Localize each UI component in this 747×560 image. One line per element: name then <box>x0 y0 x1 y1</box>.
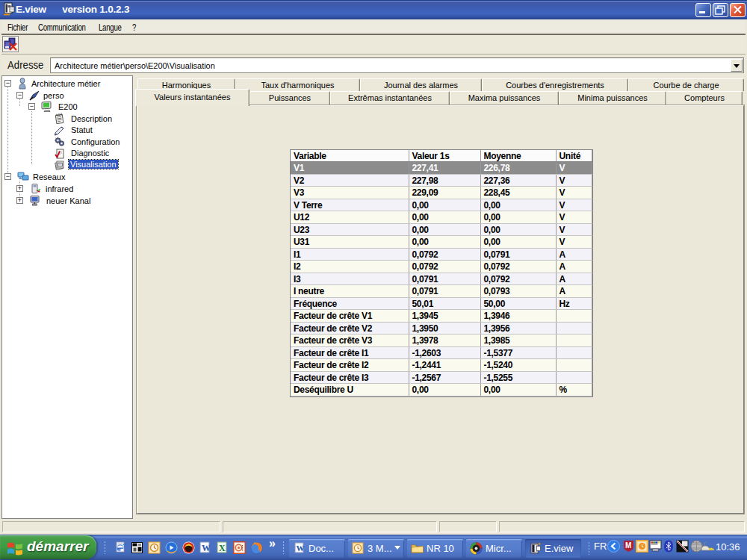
svg-text:W: W <box>202 543 211 553</box>
svg-text:M: M <box>625 541 631 550</box>
svg-text:W: W <box>297 544 305 553</box>
svg-text:X: X <box>219 543 226 553</box>
